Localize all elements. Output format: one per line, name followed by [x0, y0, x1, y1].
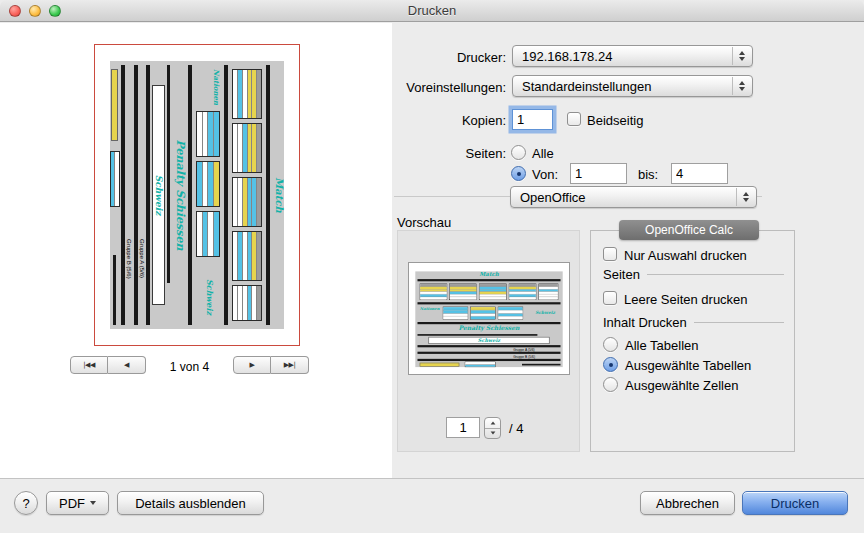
sheet-mini-table — [420, 284, 448, 301]
popup-arrows-icon — [736, 188, 755, 206]
pages-all-label: Alle — [532, 146, 554, 161]
print-button[interactable]: Drucken — [742, 491, 848, 515]
sheet-mini-table — [232, 69, 262, 119]
sheet-mini-table — [232, 285, 262, 321]
page-nav-left-group: |◀◀ ◀ — [70, 356, 146, 374]
app-options-popup-value: OpenOffice — [520, 190, 586, 205]
sheet-bar — [418, 352, 561, 354]
sheet-bar — [134, 65, 138, 325]
last-page-button[interactable]: ▶▶| — [271, 356, 309, 374]
sheet-mini-table — [479, 284, 507, 301]
presets-popup-value: Standardeinstellungen — [522, 79, 651, 94]
help-button[interactable]: ? — [14, 491, 38, 515]
sheet-mini-table — [449, 284, 477, 301]
vorschau-page-thumbnail: Match Nationen Schweiz Penalty Schiessen… — [408, 262, 570, 375]
copies-label: Kopien: — [346, 113, 506, 128]
selected-tables-radio[interactable] — [603, 357, 618, 372]
sheet-bar — [121, 65, 125, 325]
sheet-label-schweiz-right: Schweiz — [535, 310, 555, 314]
sheet-mini-table — [498, 307, 523, 320]
sheet-label-match: Match — [412, 271, 566, 277]
sheet-bar — [418, 302, 561, 304]
selected-cells-radio[interactable] — [603, 377, 618, 392]
printer-popup-value: 192.168.178.24 — [522, 49, 612, 64]
first-page-icon: |◀◀ — [83, 361, 95, 369]
window-title: Drucken — [0, 3, 864, 18]
preview-sheet-slot: Match Nationen Schweiz Penalty Schiessen… — [95, 45, 299, 345]
pages-group-label: Seiten — [603, 267, 640, 282]
next-page-icon: ▶ — [250, 361, 255, 369]
sheet-bar — [418, 334, 538, 336]
sheet-label-gruppe-a: Gruppe A (5/6) — [513, 348, 534, 351]
sheet-bar — [522, 364, 561, 366]
selected-cells-label: Ausgewählte Zellen — [625, 378, 738, 393]
cancel-button[interactable]: Abbrechen — [640, 491, 735, 515]
sheet-label-match: Match — [274, 55, 284, 335]
sheet-label-nationen: Nationen — [420, 307, 440, 311]
help-icon: ? — [22, 496, 29, 511]
sheet-band-schweiz: Schweiz — [429, 337, 550, 344]
page-indicator: 1 von 4 — [146, 360, 233, 374]
pages-to-input[interactable] — [671, 163, 728, 184]
pages-group: Seiten — [603, 267, 784, 282]
selection-only-label: Nur Auswahl drucken — [624, 248, 747, 263]
calc-options-panel: Nur Auswahl drucken Seiten Leere Seiten … — [590, 230, 795, 452]
vorschau-label: Vorschau — [397, 215, 451, 230]
pages-all-radio[interactable] — [511, 145, 526, 160]
details-toggle-button[interactable]: Details ausblenden — [117, 491, 264, 515]
pages-from-input[interactable] — [570, 163, 627, 184]
print-dialog: Drucken Match Nationen Schweiz Penalty S… — [0, 0, 864, 533]
sheet-label-schweiz-band: Schweiz — [154, 175, 163, 216]
dropdown-arrow-icon — [90, 501, 96, 505]
vorschau-sheet-slot: Match Nationen Schweiz Penalty Schiessen… — [412, 267, 569, 374]
stepper-down-button[interactable] — [485, 429, 500, 439]
all-tables-radio[interactable] — [603, 337, 618, 352]
last-page-icon: ▶▶| — [284, 361, 296, 369]
sheet-yellow-strip — [420, 363, 460, 367]
vorschau-page-stepper — [484, 417, 501, 439]
stepper-up-button[interactable] — [485, 418, 500, 429]
sheet-mini-table — [465, 362, 496, 368]
sheet-bar — [418, 345, 561, 347]
sheet-label-gruppe-b: Gruppe B (5/6) — [126, 239, 132, 279]
pdf-button-label: PDF — [59, 496, 85, 511]
first-page-button[interactable]: |◀◀ — [70, 356, 108, 374]
group-rule — [647, 274, 784, 275]
details-toggle-label: Details ausblenden — [135, 496, 246, 511]
spreadsheet-page-thumbnail: Match Nationen Schweiz Penalty Schiessen… — [412, 267, 566, 372]
copies-input[interactable] — [512, 109, 553, 130]
sheet-bar — [418, 279, 561, 281]
sheet-label-gruppe-b: Gruppe B (5/6) — [513, 355, 535, 358]
printer-label: Drucker: — [346, 50, 506, 65]
sheet-label-schweiz-right: Schweiz — [206, 279, 214, 315]
titlebar: Drucken — [0, 0, 864, 22]
sheet-mini-table — [232, 231, 262, 281]
calc-panel-title: OpenOffice Calc — [619, 220, 759, 240]
app-options-popup[interactable]: OpenOffice — [510, 186, 757, 208]
vorschau-page-input[interactable] — [446, 417, 480, 438]
empty-pages-checkbox[interactable] — [603, 291, 617, 305]
duplex-checkbox[interactable] — [567, 112, 581, 126]
sheet-mini-table — [196, 161, 220, 207]
sheet-mini-table — [110, 151, 120, 207]
presets-popup[interactable]: Standardeinstellungen — [512, 75, 753, 97]
vorschau-total-label: / 4 — [509, 421, 523, 436]
sheet-label-penalty: Penalty Schiessen — [175, 55, 186, 335]
pdf-button[interactable]: PDF — [46, 491, 109, 515]
pages-from-radio[interactable] — [511, 166, 526, 181]
selected-tables-label: Ausgewählte Tabellen — [625, 358, 751, 373]
group-rule — [694, 322, 784, 323]
previous-page-button[interactable]: ◀ — [108, 356, 146, 374]
next-page-button[interactable]: ▶ — [233, 356, 271, 374]
vorschau-well: Match Nationen Schweiz Penalty Schiessen… — [397, 230, 580, 452]
page-nav-right-group: ▶ ▶▶| — [233, 356, 309, 374]
sheet-mini-table — [509, 284, 537, 301]
sheet-bar — [224, 65, 228, 325]
stepper-up-icon — [490, 421, 495, 424]
sheet-mini-table — [232, 123, 262, 173]
sheet-label-schweiz-band: Schweiz — [478, 338, 500, 343]
printer-popup[interactable]: 192.168.178.24 — [512, 45, 753, 67]
sheet-bar — [188, 65, 192, 325]
selection-only-checkbox[interactable] — [603, 247, 617, 261]
popup-arrows-icon — [732, 77, 751, 95]
